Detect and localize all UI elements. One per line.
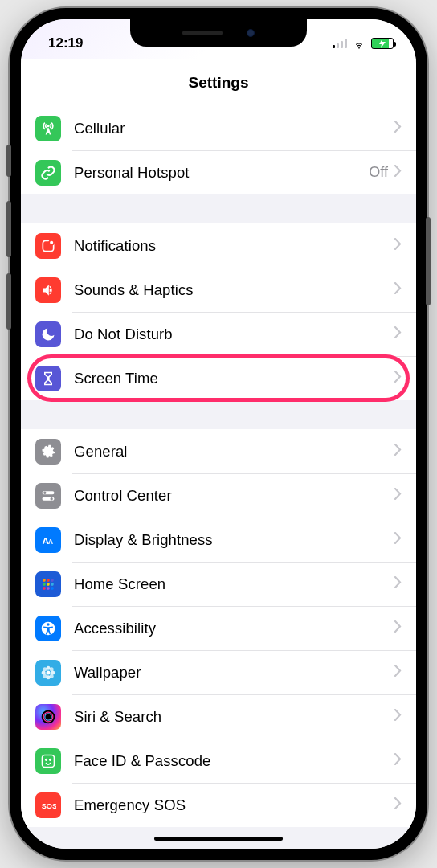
row-accessibility[interactable]: Accessibility (21, 606, 416, 650)
volume-up-button (6, 201, 11, 257)
power-button (426, 217, 431, 305)
svg-point-3 (43, 491, 46, 493)
svg-rect-15 (43, 587, 45, 589)
chevron-right-icon (394, 709, 402, 724)
svg-point-26 (50, 667, 54, 671)
mute-switch (6, 145, 11, 177)
row-general[interactable]: General (21, 429, 416, 473)
notif-icon (35, 233, 61, 259)
svg-point-34 (50, 759, 51, 760)
speaker-icon (35, 277, 61, 303)
phone-frame: 12:19 Settings CellularPersonal HotspotO… (10, 8, 427, 860)
page-title: Settings (21, 59, 416, 106)
chevron-right-icon (394, 121, 402, 136)
row-label: Sounds & Haptics (74, 281, 394, 299)
row-siri[interactable]: Siri & Search (21, 694, 416, 739)
chevron-right-icon (394, 282, 402, 297)
svg-point-1 (49, 240, 54, 244)
link-icon (35, 160, 61, 186)
svg-rect-9 (43, 579, 45, 581)
antenna-icon (35, 116, 61, 141)
notch (130, 19, 307, 47)
svg-rect-13 (47, 583, 49, 585)
volume-down-button (6, 273, 11, 330)
access-icon (35, 616, 61, 641)
gear-icon (35, 439, 61, 465)
chevron-right-icon (394, 576, 402, 592)
siri-icon (35, 704, 61, 730)
row-display[interactable]: AADisplay & Brightness (21, 518, 416, 562)
row-label: Notifications (74, 237, 394, 255)
face-icon (35, 748, 61, 774)
svg-point-20 (47, 670, 51, 674)
svg-rect-14 (51, 583, 53, 585)
aa-icon: AA (35, 527, 61, 553)
row-notifications[interactable]: Notifications (21, 223, 416, 268)
svg-rect-17 (51, 587, 53, 589)
chevron-right-icon (394, 620, 402, 636)
svg-rect-11 (51, 579, 53, 581)
settings-group: GeneralControl CenterAADisplay & Brightn… (21, 429, 416, 827)
row-label: Cellular (74, 120, 394, 137)
screen: 12:19 Settings CellularPersonal HotspotO… (21, 19, 416, 849)
svg-rect-16 (47, 587, 49, 589)
chevron-right-icon (394, 238, 402, 253)
svg-point-27 (43, 674, 47, 678)
svg-rect-10 (47, 579, 49, 581)
row-wallpaper[interactable]: Wallpaper (21, 650, 416, 694)
moon-icon (35, 321, 61, 347)
chevron-right-icon (394, 488, 402, 503)
svg-point-25 (43, 667, 47, 671)
grid-icon (35, 571, 61, 597)
svg-point-5 (51, 497, 53, 500)
chevron-right-icon (394, 371, 402, 386)
sos-icon: SOS (35, 792, 61, 818)
status-time: 12:19 (48, 35, 83, 51)
chevron-right-icon (394, 753, 402, 768)
row-cellular[interactable]: Cellular (21, 106, 416, 150)
flower-icon (35, 660, 61, 686)
row-sos[interactable]: SOSEmergency SOS (21, 783, 416, 827)
chevron-right-icon (394, 165, 402, 180)
row-label: Wallpaper (74, 664, 394, 682)
row-label: Emergency SOS (74, 796, 394, 814)
row-homescreen[interactable]: Home Screen (21, 562, 416, 606)
switches-icon (35, 483, 61, 509)
row-sounds[interactable]: Sounds & Haptics (21, 268, 416, 312)
home-indicator[interactable] (154, 837, 283, 841)
settings-group: NotificationsSounds & HapticsDo Not Dist… (21, 223, 416, 400)
row-screentime[interactable]: Screen Time (21, 356, 416, 400)
svg-point-33 (46, 759, 47, 760)
svg-rect-12 (43, 583, 45, 585)
chevron-right-icon (394, 444, 402, 459)
row-label: Accessibility (74, 620, 394, 637)
settings-group: CellularPersonal HotspotOff (21, 106, 416, 194)
row-label: Screen Time (74, 370, 394, 387)
row-label: Home Screen (74, 575, 394, 593)
row-faceid[interactable]: Face ID & Passcode (21, 739, 416, 783)
svg-text:SOS: SOS (42, 802, 56, 810)
row-controlcenter[interactable]: Control Center (21, 473, 416, 518)
wifi-icon (352, 38, 366, 49)
svg-text:A: A (48, 538, 53, 546)
row-label: Personal Hotspot (74, 164, 369, 182)
chevron-right-icon (394, 532, 402, 547)
row-label: Siri & Search (74, 708, 394, 726)
row-label: Display & Brightness (74, 531, 394, 549)
row-label: General (74, 443, 394, 461)
row-value: Off (369, 164, 388, 181)
hourglass-icon (35, 366, 61, 391)
svg-rect-32 (43, 755, 55, 767)
cellular-signal-icon (333, 39, 347, 48)
chevron-right-icon (394, 665, 402, 680)
row-label: Face ID & Passcode (74, 752, 394, 770)
row-dnd[interactable]: Do Not Disturb (21, 312, 416, 356)
row-label: Do Not Disturb (74, 326, 394, 343)
settings-list[interactable]: CellularPersonal HotspotOffNotifications… (21, 106, 416, 849)
battery-icon (371, 38, 394, 49)
chevron-right-icon (394, 797, 402, 813)
svg-point-28 (50, 674, 54, 678)
row-label: Control Center (74, 487, 394, 505)
svg-point-19 (47, 623, 49, 625)
row-hotspot[interactable]: Personal HotspotOff (21, 150, 416, 194)
